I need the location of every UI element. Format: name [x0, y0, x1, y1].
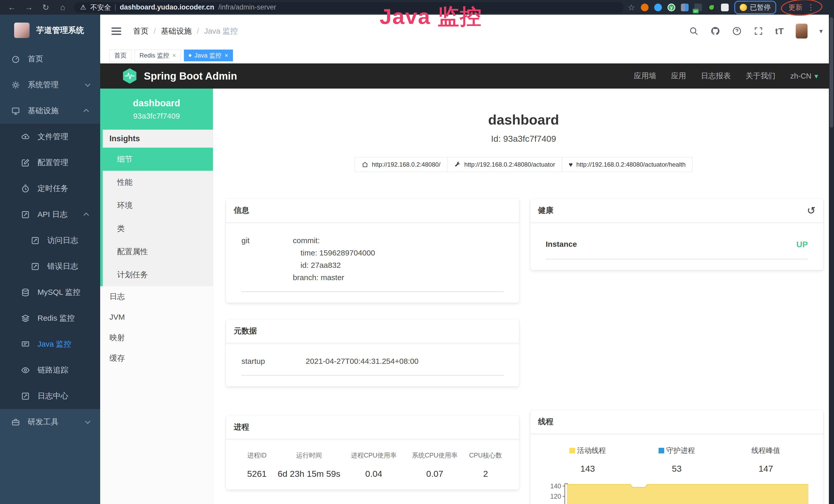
sidebar-item-jobs[interactable]: 定时任务	[0, 176, 100, 202]
extensions-puzzle-icon[interactable]	[721, 4, 729, 11]
sidebar-item-config[interactable]: 配置管理	[0, 150, 100, 176]
sidebar-item-redis[interactable]: Redis 监控	[0, 305, 100, 331]
sidebar-item-mysql[interactable]: MySQL 监控	[0, 279, 100, 305]
sba-item-scheduled-tasks[interactable]: 计划任务	[103, 263, 213, 286]
sba-nav-wallboard[interactable]: 应用墙	[634, 71, 656, 81]
tab-redis-monitor[interactable]: Redis 监控 ×	[135, 49, 181, 61]
sidebar-item-home[interactable]: 首页	[0, 46, 100, 72]
sidebar-item-label: 错误日志	[47, 261, 78, 272]
tab-home[interactable]: 首页	[109, 49, 132, 61]
sidebar-item-system[interactable]: 系统管理	[0, 72, 100, 98]
extension-icon-2[interactable]	[654, 4, 662, 11]
sba-item-config-props[interactable]: 配置属性	[103, 240, 213, 263]
wrench-icon	[454, 161, 461, 168]
warning-icon: ⚠	[80, 3, 86, 11]
bookmark-star-icon[interactable]: ☆	[628, 3, 635, 12]
extension-icon-1[interactable]	[641, 4, 649, 11]
profile-paused-chip[interactable]: 已暂停	[734, 1, 776, 14]
actuator-url-button[interactable]: http://192.168.0.2:48080/actuator	[447, 157, 562, 172]
instance-title: dashboard	[213, 112, 834, 128]
page-scrollbar[interactable]	[829, 15, 834, 504]
sba-item-environment[interactable]: 环境	[103, 194, 213, 217]
instance-health-row[interactable]: Instance UP	[530, 238, 824, 251]
update-area[interactable]: 更新 ⋮	[782, 1, 821, 14]
search-icon[interactable]	[689, 26, 699, 36]
app-title: 芋道管理系统	[36, 25, 84, 36]
sba-item-classes[interactable]: 类	[103, 217, 213, 240]
close-icon[interactable]: ×	[172, 52, 176, 59]
sba-item-logs[interactable]: 日志	[100, 286, 213, 307]
sba-nav-about[interactable]: 关于我们	[746, 71, 775, 81]
sba-item-mappings[interactable]: 映射	[100, 327, 213, 348]
sidebar-item-files[interactable]: 文件管理	[0, 124, 100, 150]
sidebar-item-error-log[interactable]: 错误日志	[0, 253, 100, 279]
info-card-header: 信息	[226, 199, 519, 223]
back-icon[interactable]: ←	[5, 3, 19, 12]
sidebar-item-infra[interactable]: 基础设施	[0, 98, 100, 124]
instance-header[interactable]: dashboard 93a3fc7f7409	[100, 89, 213, 130]
sba-item-caches[interactable]: 缓存	[100, 348, 213, 368]
sba-nav-journal[interactable]: 日志报表	[701, 71, 731, 81]
scrollbar-thumb[interactable]	[830, 17, 833, 128]
instance-id: 93a3fc7f7409	[133, 112, 180, 120]
git-id-line: id: 27aa832	[293, 259, 504, 271]
sidebar-item-log-center[interactable]: 日志中心	[0, 383, 100, 409]
service-url-button[interactable]: http://192.168.0.2:48080/	[355, 157, 447, 172]
locale-selector[interactable]: zh-CN ▾	[790, 72, 818, 81]
threads-values: 143 53 147	[530, 464, 824, 474]
startup-label: startup	[241, 355, 306, 367]
fullscreen-icon[interactable]	[753, 26, 763, 36]
browser-menu-icon[interactable]: ⋮	[807, 3, 815, 12]
breadcrumb-infra[interactable]: 基础设施	[161, 26, 192, 37]
reload-icon[interactable]: ↻	[39, 3, 53, 12]
font-size-icon[interactable]: tT	[775, 26, 784, 36]
tab-label: Redis 监控	[139, 51, 169, 60]
security-label[interactable]: 不安全	[90, 3, 111, 12]
sba-item-metrics[interactable]: 性能	[103, 171, 213, 194]
health-url-button[interactable]: ♥ http://192.168.0.2:48080/actuator/heal…	[562, 157, 693, 172]
user-avatar[interactable]	[796, 24, 808, 39]
extension-icon-5[interactable]	[694, 4, 702, 11]
history-icon[interactable]: ↺	[807, 205, 815, 216]
sidebar-item-java-monitor[interactable]: Java 监控	[0, 331, 100, 357]
github-icon[interactable]	[710, 26, 720, 36]
startup-row: startup 2021-04-27T00:44:31.254+08:00	[226, 355, 519, 367]
sidebar-item-devtools[interactable]: 研发工具	[0, 409, 100, 435]
breadcrumb: 首页 / 基础设施 / Java 监控	[133, 26, 238, 37]
hamburger-icon[interactable]	[111, 27, 121, 35]
sba-item-jvm[interactable]: JVM	[100, 307, 213, 327]
address-bar[interactable]: ⚠ 不安全 dashboard.yudao.iocoder.cn/infra/a…	[74, 2, 623, 13]
git-commit-line: commit:	[293, 234, 504, 247]
extension-icon-4[interactable]	[681, 4, 688, 11]
edit-icon	[21, 158, 30, 167]
sidebar-item-api-log[interactable]: API 日志	[0, 202, 100, 228]
eye-icon	[21, 366, 30, 374]
card-grid: 信息 git commit: time: 1596289704000 id: 2…	[213, 199, 834, 504]
live-threads-value: 143	[543, 464, 632, 474]
forward-icon[interactable]: →	[22, 3, 36, 12]
help-icon[interactable]	[732, 26, 742, 36]
legend-daemon-threads: 守护进程	[632, 446, 721, 456]
dashboard-icon	[11, 55, 20, 63]
home-icon[interactable]: ⌂	[56, 3, 70, 12]
avatar-caret-icon[interactable]: ▾	[819, 27, 823, 35]
app-sidebar: 芋道管理系统 首页 系统管理 基础设施 文件管理 配置管理	[0, 15, 100, 504]
threads-area-chart: 140 120 100	[537, 482, 815, 504]
breadcrumb-home[interactable]: 首页	[133, 26, 149, 37]
url-host: dashboard.yudao.iocoder.cn	[120, 3, 214, 11]
sba-item-details[interactable]: 细节	[103, 147, 213, 171]
close-icon[interactable]: ×	[224, 52, 228, 59]
extension-icon-6[interactable]	[708, 4, 715, 11]
tab-java-monitor[interactable]: Java 监控 ×	[184, 49, 233, 61]
update-button[interactable]: 更新	[789, 3, 803, 12]
sba-nav-applications[interactable]: 应用	[671, 71, 686, 81]
y-tick-120: 120	[550, 493, 561, 500]
java-monitor-icon	[21, 340, 30, 349]
instance-name: dashboard	[133, 98, 180, 109]
card-title: 进程	[234, 422, 249, 432]
app-logo-row[interactable]: 芋道管理系统	[0, 15, 100, 46]
sidebar-item-label: 系统管理	[28, 79, 59, 90]
extension-icon-3[interactable]: y	[667, 4, 675, 11]
sidebar-item-tracing[interactable]: 链路追踪	[0, 357, 100, 383]
sidebar-item-access-log[interactable]: 访问日志	[0, 228, 100, 253]
